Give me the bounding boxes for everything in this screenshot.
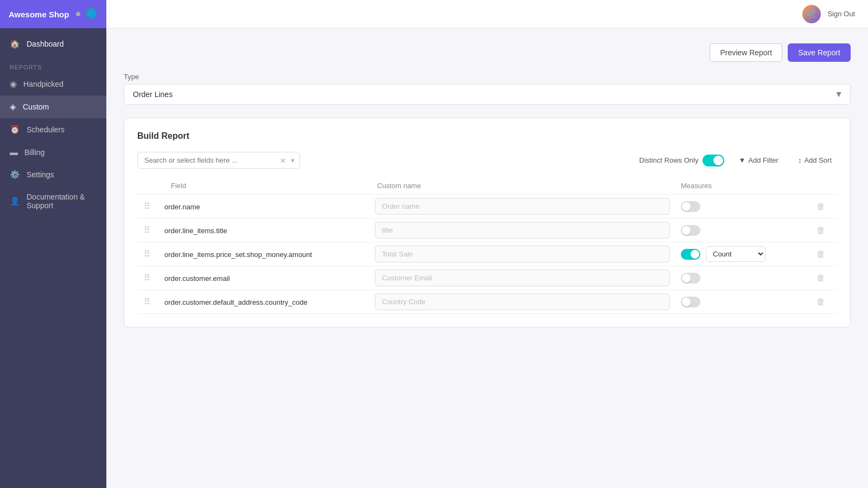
action-bar: Preview Report Save Report [124, 43, 851, 62]
report-toolbar: ✕ ▼ Distinct Rows Only ▼ Add Filter [137, 152, 837, 169]
sidebar-item-label: Dashboard [27, 40, 64, 48]
mini-toggle-knob [691, 250, 699, 259]
sidebar-header: Awesome Shop 🌐 [0, 0, 106, 28]
sidebar-section-reports: REPORTS [0, 55, 106, 73]
delete-row-button[interactable]: 🗑 [810, 297, 832, 306]
sidebar-item-dashboard[interactable]: 🏠 Dashboard [0, 33, 106, 55]
add-filter-button[interactable]: ▼ Add Filter [733, 153, 784, 168]
col-header-custom: Custom name [371, 177, 674, 195]
custom-name-input[interactable] [375, 269, 670, 286]
preview-report-button[interactable]: Preview Report [710, 43, 782, 62]
drag-handle[interactable]: ⠿ [137, 226, 156, 235]
mini-toggle-knob [682, 202, 691, 211]
distinct-rows-toggle[interactable] [703, 155, 724, 166]
search-clear-icon[interactable]: ✕ [280, 156, 286, 164]
custom-icon: ◈ [10, 102, 16, 112]
app-name: Awesome Shop [9, 10, 71, 19]
measure-toggle[interactable] [681, 201, 700, 212]
save-report-button[interactable]: Save Report [788, 43, 851, 62]
drag-handle[interactable]: ⠿ [137, 202, 156, 211]
col-header-drag [137, 177, 164, 195]
sidebar-item-label: Handpicked [23, 80, 63, 88]
content-area: Preview Report Save Report Type Order Li… [106, 28, 868, 488]
field-name: order.customer.email [164, 274, 230, 282]
distinct-rows-toggle-group: Distinct Rows Only [639, 155, 724, 166]
sidebar-item-custom[interactable]: ◈ Custom [0, 95, 106, 118]
col-header-delete [810, 177, 837, 195]
measure-toggle[interactable] [681, 225, 700, 236]
add-sort-button[interactable]: ↕ Add Sort [793, 153, 837, 168]
delete-row-button[interactable]: 🗑 [810, 273, 832, 282]
custom-name-input[interactable] [375, 293, 670, 310]
custom-name-input[interactable] [375, 198, 670, 215]
sidebar-item-label: Settings [27, 170, 54, 179]
sidebar-item-docs[interactable]: 👤 Documentation & Support [0, 186, 106, 216]
drag-handle[interactable]: ⠿ [137, 297, 156, 306]
drag-handle[interactable]: ⠿ [137, 273, 156, 282]
field-name: order.line_items.title [164, 227, 227, 235]
type-select[interactable]: Order Lines Orders Products Customers [124, 84, 851, 105]
sidebar-item-handpicked[interactable]: ◉ Handpicked [0, 73, 106, 95]
col-header-measures: Measures [674, 177, 810, 195]
add-sort-label: Add Sort [804, 156, 832, 164]
sidebar-item-schedulers[interactable]: ⏰ Schedulers [0, 118, 106, 141]
fields-table: Field Custom name Measures ⠿ order.name [137, 177, 837, 314]
billing-icon: ▬ [10, 147, 18, 157]
field-name: order.customer.default_address.country_c… [164, 298, 308, 306]
search-dropdown-icon[interactable]: ▼ [290, 157, 296, 164]
mini-toggle-knob [682, 274, 691, 282]
type-select-wrapper: Order Lines Orders Products Customers ▼ [124, 84, 851, 105]
sidebar: Awesome Shop 🌐 🏠 Dashboard REPORTS ◉ Han… [0, 0, 106, 488]
type-section: Type Order Lines Orders Products Custome… [124, 73, 851, 105]
measure-select[interactable]: CountSumAverageMinMax [706, 246, 765, 262]
signout-button[interactable]: Sign Out [827, 10, 855, 18]
toggle-knob [713, 156, 723, 165]
type-label: Type [124, 73, 851, 81]
sidebar-item-settings[interactable]: ⚙️ Settings [0, 163, 106, 186]
field-name: order.line_items.price_set.shop_money.am… [164, 251, 312, 259]
table-row: ⠿ order.name 🗑 [137, 195, 837, 219]
globe-icon: 🌐 [86, 8, 98, 20]
col-header-field: Field [164, 177, 371, 195]
topbar: 🛒 Sign Out [106, 0, 868, 28]
clock-icon: ⏰ [10, 125, 20, 134]
filter-icon: ▼ [738, 156, 745, 164]
mini-toggle-knob [682, 298, 691, 306]
handpicked-icon: ◉ [10, 79, 17, 89]
sidebar-item-label: Documentation & Support [27, 192, 97, 210]
build-report-card: Build Report ✕ ▼ Distinct Rows Only [124, 118, 851, 328]
gear-icon: ⚙️ [10, 170, 20, 179]
build-report-title: Build Report [137, 131, 837, 141]
sidebar-item-label: Schedulers [27, 125, 65, 134]
add-filter-label: Add Filter [748, 156, 778, 164]
table-row: ⠿ order.line_items.title 🗑 [137, 219, 837, 242]
table-row: ⠿ order.customer.default_address.country… [137, 290, 837, 314]
table-row: ⠿ order.customer.email 🗑 [137, 266, 837, 290]
delete-row-button[interactable]: 🗑 [810, 202, 832, 211]
sidebar-item-label: Billing [24, 148, 44, 157]
sidebar-item-label: Custom [23, 102, 49, 111]
custom-name-input[interactable] [375, 246, 670, 262]
avatar: 🛒 [802, 5, 821, 23]
field-search-input[interactable] [137, 152, 300, 169]
home-icon: 🏠 [10, 39, 20, 49]
drag-handle[interactable]: ⠿ [137, 249, 156, 259]
distinct-rows-label: Distinct Rows Only [639, 156, 698, 164]
main-area: 🛒 Sign Out Preview Report Save Report Ty… [106, 0, 868, 488]
field-search-wrapper: ✕ ▼ [137, 152, 300, 169]
measure-toggle[interactable] [681, 273, 700, 284]
measure-toggle[interactable] [681, 297, 700, 307]
field-name: order.name [164, 203, 200, 211]
sort-icon: ↕ [798, 156, 802, 164]
status-dot [76, 12, 80, 16]
sidebar-item-billing[interactable]: ▬ Billing [0, 141, 106, 163]
measure-toggle[interactable] [681, 249, 700, 260]
delete-row-button[interactable]: 🗑 [810, 249, 832, 259]
sidebar-nav: 🏠 Dashboard REPORTS ◉ Handpicked ◈ Custo… [0, 28, 106, 488]
delete-row-button[interactable]: 🗑 [810, 226, 832, 235]
person-icon: 👤 [10, 196, 20, 206]
mini-toggle-knob [682, 226, 691, 235]
toolbar-right: Distinct Rows Only ▼ Add Filter ↕ Add So… [639, 153, 837, 168]
table-row: ⠿ order.line_items.price_set.shop_money.… [137, 242, 837, 266]
custom-name-input[interactable] [375, 222, 670, 239]
